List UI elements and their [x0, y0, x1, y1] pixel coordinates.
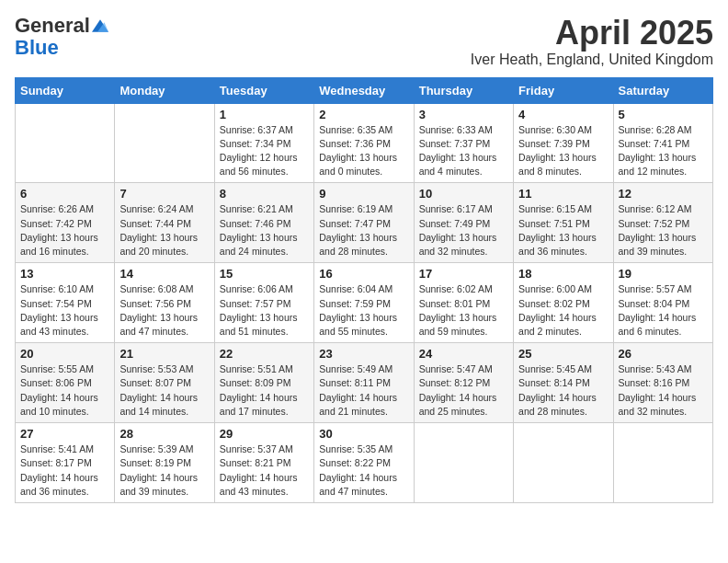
header-saturday: Saturday — [613, 77, 712, 103]
logo: General Blue — [15, 15, 108, 59]
day-info: Sunrise: 6:26 AMSunset: 7:42 PMDaylight:… — [20, 202, 109, 259]
day-number: 8 — [220, 187, 309, 201]
header-friday: Friday — [514, 77, 613, 103]
day-number: 5 — [619, 108, 708, 121]
day-info: Sunrise: 5:47 AMSunset: 8:12 PMDaylight:… — [419, 362, 508, 419]
calendar-cell: 27Sunrise: 5:41 AMSunset: 8:17 PMDayligh… — [16, 423, 115, 503]
calendar-cell: 2Sunrise: 6:35 AMSunset: 7:36 PMDaylight… — [314, 103, 414, 183]
day-info: Sunrise: 6:00 AMSunset: 8:02 PMDaylight:… — [518, 282, 608, 339]
calendar-week-row: 27Sunrise: 5:41 AMSunset: 8:17 PMDayligh… — [16, 423, 713, 503]
day-number: 18 — [518, 267, 608, 281]
day-number: 23 — [319, 347, 408, 361]
header-tuesday: Tuesday — [214, 77, 313, 103]
day-number: 10 — [419, 187, 508, 201]
day-info: Sunrise: 6:21 AMSunset: 7:46 PMDaylight:… — [220, 202, 309, 259]
calendar-cell: 24Sunrise: 5:47 AMSunset: 8:12 PMDayligh… — [414, 343, 513, 423]
day-number: 22 — [220, 347, 309, 361]
day-info: Sunrise: 5:49 AMSunset: 8:11 PMDaylight:… — [319, 362, 408, 419]
day-info: Sunrise: 5:55 AMSunset: 8:06 PMDaylight:… — [20, 362, 109, 419]
calendar-cell: 11Sunrise: 6:15 AMSunset: 7:51 PMDayligh… — [514, 183, 613, 263]
day-info: Sunrise: 6:04 AMSunset: 7:59 PMDaylight:… — [319, 282, 408, 339]
calendar-cell: 26Sunrise: 5:43 AMSunset: 8:16 PMDayligh… — [613, 343, 712, 423]
calendar-cell: 28Sunrise: 5:39 AMSunset: 8:19 PMDayligh… — [115, 423, 214, 503]
day-info: Sunrise: 6:06 AMSunset: 7:57 PMDaylight:… — [220, 282, 309, 339]
day-info: Sunrise: 5:51 AMSunset: 8:09 PMDaylight:… — [220, 362, 309, 419]
calendar-cell: 20Sunrise: 5:55 AMSunset: 8:06 PMDayligh… — [16, 343, 115, 423]
calendar-table: SundayMondayTuesdayWednesdayThursdayFrid… — [15, 77, 713, 503]
calendar-cell: 9Sunrise: 6:19 AMSunset: 7:47 PMDaylight… — [314, 183, 414, 263]
day-number: 11 — [518, 187, 608, 201]
calendar-cell: 19Sunrise: 5:57 AMSunset: 8:04 PMDayligh… — [613, 263, 712, 343]
day-number: 6 — [20, 187, 109, 201]
day-info: Sunrise: 6:24 AMSunset: 7:44 PMDaylight:… — [119, 202, 209, 259]
calendar-cell: 10Sunrise: 6:17 AMSunset: 7:49 PMDayligh… — [414, 183, 513, 263]
day-number: 25 — [518, 347, 608, 361]
day-info: Sunrise: 6:02 AMSunset: 8:01 PMDaylight:… — [419, 282, 508, 339]
calendar-cell: 21Sunrise: 5:53 AMSunset: 8:07 PMDayligh… — [115, 343, 214, 423]
day-number: 26 — [619, 347, 708, 361]
day-info: Sunrise: 5:37 AMSunset: 8:21 PMDaylight:… — [220, 442, 309, 499]
day-info: Sunrise: 6:35 AMSunset: 7:36 PMDaylight:… — [319, 123, 408, 179]
calendar-cell: 13Sunrise: 6:10 AMSunset: 7:54 PMDayligh… — [16, 263, 115, 343]
calendar-cell — [414, 423, 513, 503]
day-info: Sunrise: 5:35 AMSunset: 8:22 PMDaylight:… — [319, 442, 408, 499]
day-number: 15 — [220, 267, 309, 281]
day-number: 13 — [20, 267, 109, 281]
header-thursday: Thursday — [414, 77, 513, 103]
calendar-week-row: 1Sunrise: 6:37 AMSunset: 7:34 PMDaylight… — [16, 103, 713, 183]
day-info: Sunrise: 6:12 AMSunset: 7:52 PMDaylight:… — [619, 202, 708, 259]
calendar-cell: 23Sunrise: 5:49 AMSunset: 8:11 PMDayligh… — [314, 343, 414, 423]
day-info: Sunrise: 6:17 AMSunset: 7:49 PMDaylight:… — [419, 202, 508, 259]
day-number: 3 — [419, 108, 508, 121]
day-number: 2 — [319, 108, 408, 121]
calendar-cell: 6Sunrise: 6:26 AMSunset: 7:42 PMDaylight… — [16, 183, 115, 263]
day-info: Sunrise: 6:08 AMSunset: 7:56 PMDaylight:… — [119, 282, 209, 339]
logo-icon — [92, 17, 108, 34]
calendar-cell: 22Sunrise: 5:51 AMSunset: 8:09 PMDayligh… — [214, 343, 313, 423]
day-info: Sunrise: 6:37 AMSunset: 7:34 PMDaylight:… — [220, 123, 309, 179]
calendar-cell — [115, 103, 214, 183]
day-info: Sunrise: 6:15 AMSunset: 7:51 PMDaylight:… — [518, 202, 608, 259]
day-number: 29 — [220, 427, 309, 441]
calendar-header-row: SundayMondayTuesdayWednesdayThursdayFrid… — [16, 77, 713, 103]
day-number: 1 — [220, 108, 309, 121]
calendar-cell: 17Sunrise: 6:02 AMSunset: 8:01 PMDayligh… — [414, 263, 513, 343]
day-info: Sunrise: 5:57 AMSunset: 8:04 PMDaylight:… — [619, 282, 708, 339]
day-number: 20 — [20, 347, 109, 361]
day-number: 9 — [319, 187, 408, 201]
calendar-cell: 29Sunrise: 5:37 AMSunset: 8:21 PMDayligh… — [214, 423, 313, 503]
day-number: 30 — [319, 427, 408, 441]
header-wednesday: Wednesday — [314, 77, 414, 103]
page-header: General Blue April 2025 Iver Heath, Engl… — [15, 15, 713, 68]
day-number: 17 — [419, 267, 508, 281]
calendar-cell — [514, 423, 613, 503]
calendar-cell: 18Sunrise: 6:00 AMSunset: 8:02 PMDayligh… — [514, 263, 613, 343]
calendar-cell: 25Sunrise: 5:45 AMSunset: 8:14 PMDayligh… — [514, 343, 613, 423]
day-number: 4 — [518, 108, 608, 121]
day-info: Sunrise: 5:43 AMSunset: 8:16 PMDaylight:… — [619, 362, 708, 419]
calendar-cell: 1Sunrise: 6:37 AMSunset: 7:34 PMDaylight… — [214, 103, 313, 183]
calendar-cell: 14Sunrise: 6:08 AMSunset: 7:56 PMDayligh… — [115, 263, 214, 343]
calendar-cell — [613, 423, 712, 503]
calendar-cell: 15Sunrise: 6:06 AMSunset: 7:57 PMDayligh… — [214, 263, 313, 343]
day-info: Sunrise: 6:33 AMSunset: 7:37 PMDaylight:… — [419, 123, 508, 179]
day-info: Sunrise: 6:28 AMSunset: 7:41 PMDaylight:… — [619, 123, 708, 179]
calendar-title: April 2025 — [471, 15, 713, 52]
day-number: 12 — [619, 187, 708, 201]
day-number: 14 — [119, 267, 209, 281]
calendar-subtitle: Iver Heath, England, United Kingdom — [471, 52, 713, 68]
day-info: Sunrise: 6:10 AMSunset: 7:54 PMDaylight:… — [20, 282, 109, 339]
day-number: 21 — [119, 347, 209, 361]
day-info: Sunrise: 5:39 AMSunset: 8:19 PMDaylight:… — [119, 442, 209, 499]
header-sunday: Sunday — [16, 77, 115, 103]
calendar-cell: 16Sunrise: 6:04 AMSunset: 7:59 PMDayligh… — [314, 263, 414, 343]
calendar-cell: 8Sunrise: 6:21 AMSunset: 7:46 PMDaylight… — [214, 183, 313, 263]
day-number: 28 — [119, 427, 209, 441]
day-info: Sunrise: 6:19 AMSunset: 7:47 PMDaylight:… — [319, 202, 408, 259]
day-number: 19 — [619, 267, 708, 281]
header-monday: Monday — [115, 77, 214, 103]
calendar-cell: 7Sunrise: 6:24 AMSunset: 7:44 PMDaylight… — [115, 183, 214, 263]
day-number: 7 — [119, 187, 209, 201]
day-info: Sunrise: 5:45 AMSunset: 8:14 PMDaylight:… — [518, 362, 608, 419]
calendar-cell: 4Sunrise: 6:30 AMSunset: 7:39 PMDaylight… — [514, 103, 613, 183]
